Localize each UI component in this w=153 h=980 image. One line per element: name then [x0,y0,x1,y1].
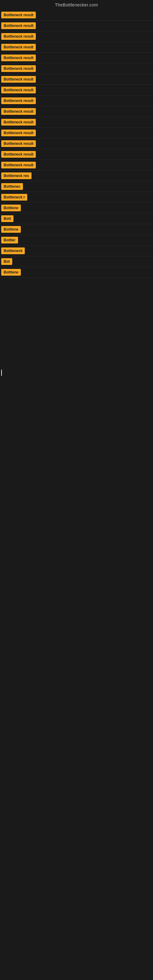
list-item[interactable]: Bottlene [0,267,153,278]
list-item[interactable]: Bottleneck res [0,170,153,181]
list-item[interactable]: Bottleneck result [0,138,153,149]
bottleneck-badge: Bottleneck result [1,119,36,126]
bottleneck-badge: Bottlenec [1,183,23,190]
list-item[interactable]: Bottlene [0,203,153,213]
text-cursor [1,370,2,376]
bottleneck-badge: Bottleneck result [1,54,36,61]
list-item[interactable]: Bottleneck result [0,74,153,85]
list-item[interactable]: Bottleneck result [0,64,153,74]
bottleneck-badge: Bottlene [1,269,21,275]
bottleneck-badge: Bottleneck [1,247,25,254]
list-item[interactable]: Bottleneck result [0,128,153,138]
list-item[interactable]: Bottleneck result [0,52,153,64]
list-item[interactable]: Bottleneck result [0,95,153,106]
bottleneck-badge: Bottleneck result [1,87,36,94]
bottleneck-badge: Bottleneck result [1,140,36,147]
bottleneck-badge: Bottleneck result [1,97,36,104]
site-title: TheBottlenecker.com [0,0,153,9]
bottleneck-badge: Bottler [1,237,18,243]
list-item[interactable]: Bottleneck result [0,10,153,21]
list-item[interactable]: Bottleneck result [0,31,153,42]
list-item[interactable]: Bottleneck result [0,117,153,128]
bottleneck-badge: Bottleneck result [1,22,36,29]
bottleneck-badge: Bottleneck result [1,76,36,83]
site-title-text: TheBottlenecker.com [55,2,98,7]
bottleneck-badge: Bottleneck result [1,65,36,72]
bottleneck-badge: Bottlene [1,226,21,233]
list-item[interactable]: Bot [0,256,153,267]
bottleneck-badge: Bottleneck result [1,108,36,115]
bottleneck-badge: Bott [1,215,13,222]
bottleneck-badge: Bottleneck result [1,151,36,158]
bottleneck-badge: Bottleneck res [1,172,32,179]
list-item[interactable]: Bottleneck result [0,21,153,31]
bottleneck-badge: Bot [1,258,12,265]
list-item[interactable]: Bottleneck [0,246,153,256]
bottleneck-badge: Bottlene [1,205,21,211]
list-item[interactable]: Bottleneck r [0,192,153,203]
list-item[interactable]: Bottleneck result [0,160,153,170]
bottleneck-badge: Bottleneck result [1,162,36,169]
items-container: Bottleneck resultBottleneck resultBottle… [0,10,153,584]
list-item[interactable]: Bottleneck result [0,42,153,52]
bottleneck-badge: Bottleneck result [1,33,36,40]
bottleneck-badge: Bottleneck result [1,130,36,136]
list-item[interactable]: Bottler [0,235,153,246]
list-item[interactable]: Bottlenec [0,181,153,192]
list-item[interactable]: Bottleneck result [0,85,153,95]
list-item[interactable]: Bottlene [0,224,153,235]
list-item[interactable]: Bottleneck result [0,149,153,160]
bottleneck-badge: Bottleneck result [1,12,36,18]
list-item[interactable]: Bott [0,213,153,224]
bottleneck-badge: Bottleneck r [1,194,27,200]
list-item[interactable]: Bottleneck result [0,106,153,117]
bottleneck-badge: Bottleneck result [1,44,36,51]
